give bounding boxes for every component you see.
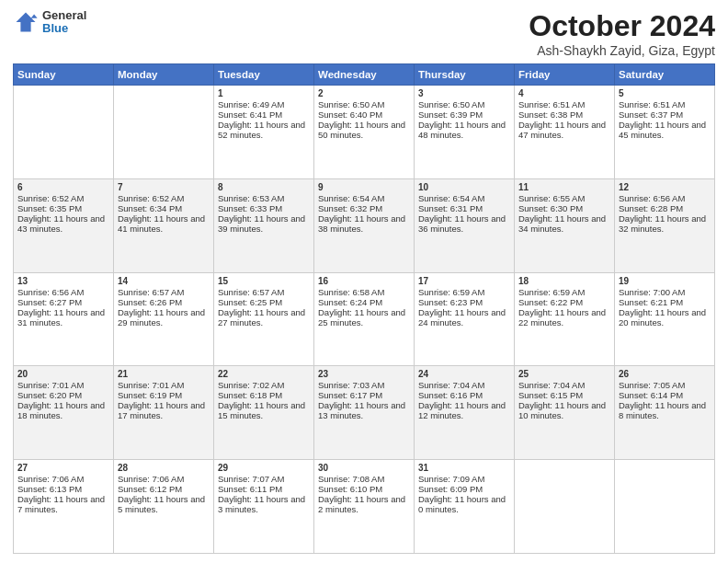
sunset-text: Sunset: 6:17 PM <box>318 390 410 400</box>
sunrise-text: Sunrise: 6:53 AM <box>218 193 310 203</box>
day-number: 21 <box>118 369 210 379</box>
sunrise-text: Sunrise: 7:01 AM <box>118 380 210 390</box>
sunrise-text: Sunrise: 6:58 AM <box>318 287 410 297</box>
day-number: 29 <box>218 463 310 473</box>
calendar-cell: 18Sunrise: 6:59 AMSunset: 6:22 PMDayligh… <box>515 272 615 366</box>
daylight-text: Daylight: 11 hours and 13 minutes. <box>318 400 410 420</box>
daylight-text: Daylight: 11 hours and 38 minutes. <box>318 213 410 234</box>
day-header-thursday: Thursday <box>415 64 515 86</box>
sunset-text: Sunset: 6:18 PM <box>218 390 310 400</box>
calendar-cell: 3Sunrise: 6:50 AMSunset: 6:39 PMDaylight… <box>415 86 515 179</box>
daylight-text: Daylight: 11 hours and 15 minutes. <box>218 400 310 420</box>
sunrise-text: Sunrise: 6:56 AM <box>619 193 711 203</box>
calendar-cell: 14Sunrise: 6:57 AMSunset: 6:26 PMDayligh… <box>114 272 214 366</box>
day-number: 31 <box>418 463 510 473</box>
calendar-cell: 2Sunrise: 6:50 AMSunset: 6:40 PMDaylight… <box>314 86 415 179</box>
day-number: 18 <box>518 276 610 286</box>
sunset-text: Sunset: 6:10 PM <box>318 484 410 494</box>
week-row-4: 20Sunrise: 7:01 AMSunset: 6:20 PMDayligh… <box>14 366 715 460</box>
sunset-text: Sunset: 6:12 PM <box>118 484 210 494</box>
month-title: October 2024 <box>529 9 715 43</box>
sunrise-text: Sunrise: 6:51 AM <box>619 99 711 109</box>
calendar-cell: 21Sunrise: 7:01 AMSunset: 6:19 PMDayligh… <box>114 366 214 460</box>
calendar-cell: 10Sunrise: 6:54 AMSunset: 6:31 PMDayligh… <box>415 178 515 272</box>
calendar-cell: 29Sunrise: 7:07 AMSunset: 6:11 PMDayligh… <box>214 460 314 554</box>
calendar-cell: 7Sunrise: 6:52 AMSunset: 6:34 PMDaylight… <box>114 178 214 272</box>
sunrise-text: Sunrise: 6:57 AM <box>218 287 310 297</box>
day-number: 17 <box>418 276 510 286</box>
day-number: 8 <box>218 182 310 192</box>
sunset-text: Sunset: 6:22 PM <box>518 297 610 307</box>
calendar-cell <box>114 86 214 179</box>
day-number: 24 <box>418 369 510 379</box>
week-row-1: 1Sunrise: 6:49 AMSunset: 6:41 PMDaylight… <box>14 86 715 179</box>
daylight-text: Daylight: 11 hours and 50 minutes. <box>318 120 410 140</box>
logo-text: General Blue <box>42 9 86 36</box>
calendar-cell: 11Sunrise: 6:55 AMSunset: 6:30 PMDayligh… <box>515 178 615 272</box>
sunset-text: Sunset: 6:23 PM <box>418 297 510 307</box>
sunrise-text: Sunrise: 7:06 AM <box>17 474 109 484</box>
daylight-text: Daylight: 11 hours and 52 minutes. <box>218 120 310 140</box>
location: Ash-Shaykh Zayid, Giza, Egypt <box>529 43 715 58</box>
sunrise-text: Sunrise: 6:52 AM <box>118 193 210 203</box>
daylight-text: Daylight: 11 hours and 39 minutes. <box>218 213 310 234</box>
sunrise-text: Sunrise: 6:54 AM <box>318 193 410 203</box>
daylight-text: Daylight: 11 hours and 43 minutes. <box>17 213 109 234</box>
calendar-cell: 1Sunrise: 6:49 AMSunset: 6:41 PMDaylight… <box>214 86 314 179</box>
sunset-text: Sunset: 6:32 PM <box>318 203 410 213</box>
calendar-cell: 23Sunrise: 7:03 AMSunset: 6:17 PMDayligh… <box>314 366 415 460</box>
sunrise-text: Sunrise: 7:04 AM <box>518 380 610 390</box>
sunset-text: Sunset: 6:41 PM <box>218 109 310 120</box>
sunset-text: Sunset: 6:24 PM <box>318 297 410 307</box>
day-number: 28 <box>118 463 210 473</box>
daylight-text: Daylight: 11 hours and 2 minutes. <box>318 494 410 514</box>
calendar-cell: 16Sunrise: 6:58 AMSunset: 6:24 PMDayligh… <box>314 272 415 366</box>
day-number: 3 <box>418 88 510 98</box>
daylight-text: Daylight: 11 hours and 17 minutes. <box>118 400 210 420</box>
sunrise-text: Sunrise: 7:01 AM <box>17 380 109 390</box>
sunset-text: Sunset: 6:26 PM <box>118 297 210 307</box>
calendar-cell: 22Sunrise: 7:02 AMSunset: 6:18 PMDayligh… <box>214 366 314 460</box>
sunset-text: Sunset: 6:11 PM <box>218 484 310 494</box>
day-number: 15 <box>218 276 310 286</box>
day-number: 11 <box>518 182 610 192</box>
day-number: 10 <box>418 182 510 192</box>
daylight-text: Daylight: 11 hours and 45 minutes. <box>619 120 711 140</box>
daylight-text: Daylight: 11 hours and 29 minutes. <box>118 307 210 327</box>
sunrise-text: Sunrise: 7:07 AM <box>218 474 310 484</box>
daylight-text: Daylight: 11 hours and 10 minutes. <box>518 400 610 420</box>
sunset-text: Sunset: 6:19 PM <box>118 390 210 400</box>
daylight-text: Daylight: 11 hours and 32 minutes. <box>619 213 711 234</box>
daylight-text: Daylight: 11 hours and 22 minutes. <box>518 307 610 327</box>
calendar-cell: 17Sunrise: 6:59 AMSunset: 6:23 PMDayligh… <box>415 272 515 366</box>
day-number: 2 <box>318 88 410 98</box>
day-number: 20 <box>17 369 109 379</box>
calendar-cell: 12Sunrise: 6:56 AMSunset: 6:28 PMDayligh… <box>615 178 715 272</box>
sunset-text: Sunset: 6:31 PM <box>418 203 510 213</box>
day-number: 9 <box>318 182 410 192</box>
day-number: 7 <box>118 182 210 192</box>
calendar-cell: 26Sunrise: 7:05 AMSunset: 6:14 PMDayligh… <box>615 366 715 460</box>
day-number: 30 <box>318 463 410 473</box>
day-number: 12 <box>619 182 711 192</box>
daylight-text: Daylight: 11 hours and 27 minutes. <box>218 307 310 327</box>
logo-general: General <box>42 9 86 22</box>
day-number: 22 <box>218 369 310 379</box>
sunset-text: Sunset: 6:33 PM <box>218 203 310 213</box>
logo-blue: Blue <box>42 22 86 35</box>
sunset-text: Sunset: 6:25 PM <box>218 297 310 307</box>
day-header-friday: Friday <box>515 64 615 86</box>
sunrise-text: Sunrise: 6:56 AM <box>17 287 109 297</box>
day-number: 27 <box>17 463 109 473</box>
sunrise-text: Sunrise: 6:54 AM <box>418 193 510 203</box>
sunrise-text: Sunrise: 7:04 AM <box>418 380 510 390</box>
sunset-text: Sunset: 6:09 PM <box>418 484 510 494</box>
daylight-text: Daylight: 11 hours and 36 minutes. <box>418 213 510 234</box>
day-number: 13 <box>17 276 109 286</box>
daylight-text: Daylight: 11 hours and 48 minutes. <box>418 120 510 140</box>
day-number: 14 <box>118 276 210 286</box>
calendar-cell <box>14 86 114 179</box>
sunrise-text: Sunrise: 6:50 AM <box>418 99 510 109</box>
sunrise-text: Sunrise: 6:55 AM <box>518 193 610 203</box>
day-number: 25 <box>518 369 610 379</box>
